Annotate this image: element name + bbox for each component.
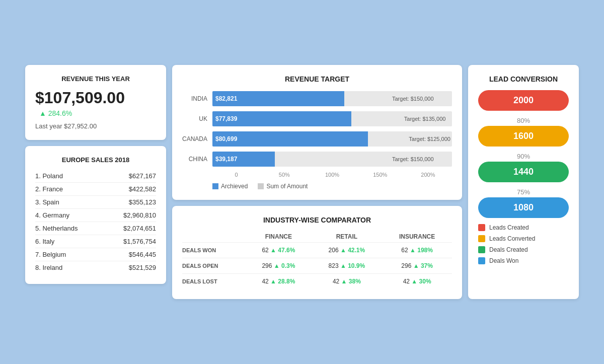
- row-label: DEALS OPEN: [182, 258, 246, 274]
- table-cell: 42 ▲ 30%: [382, 274, 452, 289]
- left-column: REVENUE THIS YEAR $107,509.00 ▲ 284.6% L…: [25, 65, 166, 299]
- legend-label: Deals Won: [489, 257, 518, 264]
- up-arrow: ▲: [274, 262, 280, 269]
- axis-label: 0: [212, 172, 260, 178]
- europe-list-item: 1. Poland$627,167: [35, 170, 156, 183]
- cell-value: 62: [401, 247, 408, 254]
- legend-label: Leads Created: [489, 224, 529, 231]
- item-value: $546,445: [129, 251, 156, 258]
- cell-pct: 47.6%: [278, 247, 295, 254]
- legend-item: Sum of Amount: [258, 183, 308, 190]
- bar-row: INDIA$82,821Target: $150,000: [182, 91, 452, 106]
- item-value: $521,529: [129, 264, 156, 271]
- lead-conversion-title: LEAD CONVERSION: [478, 75, 569, 83]
- legend-label: Archieved: [221, 183, 248, 190]
- europe-sales-card: EUROPE SALES 2018 1. Poland$627,1672. Fr…: [25, 146, 166, 284]
- legend-dot: [478, 224, 485, 231]
- europe-list-item: 2. France$422,582: [35, 183, 156, 196]
- revenue-last-year: Last year $27,952.00: [35, 122, 156, 130]
- bar-target-label: Target: $150,000: [392, 96, 434, 102]
- revenue-change: ▲ 284.6%: [39, 109, 72, 117]
- bar-row: CANADA$80,699Target: $125,000: [182, 131, 452, 147]
- cell-pct: 28.8%: [278, 278, 295, 285]
- cell-value: 823: [329, 262, 339, 269]
- lead-legend-item: Leads Created: [478, 224, 569, 231]
- up-arrow: ▲: [340, 247, 346, 254]
- up-arrow: ▲: [413, 262, 419, 269]
- legend-label: Deals Created: [489, 246, 528, 253]
- bar-fill: $80,699: [212, 131, 368, 147]
- item-rank: 3. Spain: [35, 198, 59, 206]
- cell-value: 42: [262, 278, 268, 285]
- item-value: $1,576,754: [123, 238, 156, 245]
- lead-legend-item: Leads Converted: [478, 235, 569, 242]
- lead-pill: 2000: [478, 90, 569, 111]
- revenue-target-title: REVENUE TARGET: [182, 75, 452, 83]
- table-cell: 62 ▲ 47.6%: [246, 243, 311, 258]
- table-row: DEALS WON62 ▲ 47.6%206 ▲ 42.1%62 ▲ 198%: [182, 243, 452, 258]
- axis-label: 150%: [356, 172, 404, 178]
- revenue-title: REVENUE THIS YEAR: [35, 75, 156, 83]
- legend-box: [258, 183, 264, 189]
- cell-pct: 10.9%: [348, 262, 365, 269]
- legend-box: [212, 183, 218, 189]
- industry-title: INDUSTRY-WISE COMPARATOR: [182, 216, 452, 224]
- cell-pct: 38%: [349, 278, 361, 285]
- table-cell: 296 ▲ 37%: [382, 258, 452, 274]
- up-arrow: ▲: [340, 262, 346, 269]
- table-cell: 296 ▲ 0.3%: [246, 258, 311, 274]
- lead-legend-item: Deals Created: [478, 246, 569, 253]
- bar-row: CHINA$39,187Target: $150,000: [182, 152, 452, 167]
- europe-title: EUROPE SALES 2018: [35, 156, 156, 164]
- chart-axis: 050%100%150%200%: [212, 172, 452, 178]
- legend-label: Leads Converted: [489, 235, 535, 242]
- bar-target-label: Target: $150,000: [392, 156, 434, 162]
- axis-label: 200%: [404, 172, 452, 178]
- dashboard: REVENUE THIS YEAR $107,509.00 ▲ 284.6% L…: [25, 65, 579, 299]
- item-value: $2,074,651: [123, 225, 156, 232]
- table-cell: 42 ▲ 28.8%: [246, 274, 311, 289]
- bar-fill: $82,821: [212, 91, 344, 106]
- bar-label: UK: [182, 115, 212, 122]
- lead-bars: 200080%160090%144075%1080: [478, 90, 569, 218]
- item-rank: 6. Italy: [35, 238, 54, 245]
- lead-pill: 1600: [478, 126, 569, 147]
- up-arrow: ▲: [410, 247, 416, 254]
- up-arrow: ▲: [411, 278, 417, 285]
- lead-pct-label: 90%: [478, 153, 569, 160]
- cell-pct: 42.1%: [348, 247, 365, 254]
- industry-table: FINANCERETAILINSURANCEDEALS WON62 ▲ 47.6…: [182, 231, 452, 289]
- item-rank: 5. Netherlands: [35, 225, 78, 232]
- revenue-this-year-card: REVENUE THIS YEAR $107,509.00 ▲ 284.6% L…: [25, 65, 166, 140]
- item-value: $2,960,810: [123, 211, 156, 219]
- bar-fill: $77,839: [212, 111, 351, 126]
- bar-fill: $39,187: [212, 152, 275, 167]
- axis-label: 100%: [308, 172, 356, 178]
- cell-value: 42: [333, 278, 339, 285]
- bar-container: $77,839Target: $135,000: [212, 111, 452, 126]
- item-rank: 2. France: [35, 185, 63, 193]
- revenue-target-card: REVENUE TARGET INDIA$82,821Target: $150,…: [172, 65, 462, 200]
- legend-item: Archieved: [212, 183, 248, 190]
- table-header: RETAIL: [311, 231, 382, 243]
- legend-label: Sum of Amount: [266, 183, 308, 190]
- chart-legend: ArchievedSum of Amount: [212, 183, 452, 190]
- lead-pct-label: 75%: [478, 188, 569, 196]
- item-rank: 1. Poland: [35, 172, 63, 180]
- item-value: $627,167: [129, 172, 156, 180]
- legend-dot: [478, 235, 485, 242]
- bar-target-label: Target: $135,000: [404, 116, 446, 122]
- row-label: DEALS WON: [182, 243, 246, 258]
- bar-container: $82,821Target: $150,000: [212, 91, 452, 106]
- table-row: DEALS LOST42 ▲ 28.8%42 ▲ 38%42 ▲ 30%: [182, 274, 452, 289]
- item-rank: 8. Ireland: [35, 264, 62, 271]
- bar-target-label: Target: $125,000: [409, 136, 450, 142]
- item-value: $355,123: [129, 198, 156, 206]
- legend-dot: [478, 257, 485, 264]
- bar-label: INDIA: [182, 95, 212, 102]
- revenue-target-bars: INDIA$82,821Target: $150,000UK$77,839Tar…: [182, 91, 452, 167]
- cell-pct: 0.3%: [281, 262, 295, 269]
- up-arrow: ▲: [270, 278, 276, 285]
- table-cell: 42 ▲ 38%: [311, 274, 382, 289]
- lead-pill: 1440: [478, 162, 569, 182]
